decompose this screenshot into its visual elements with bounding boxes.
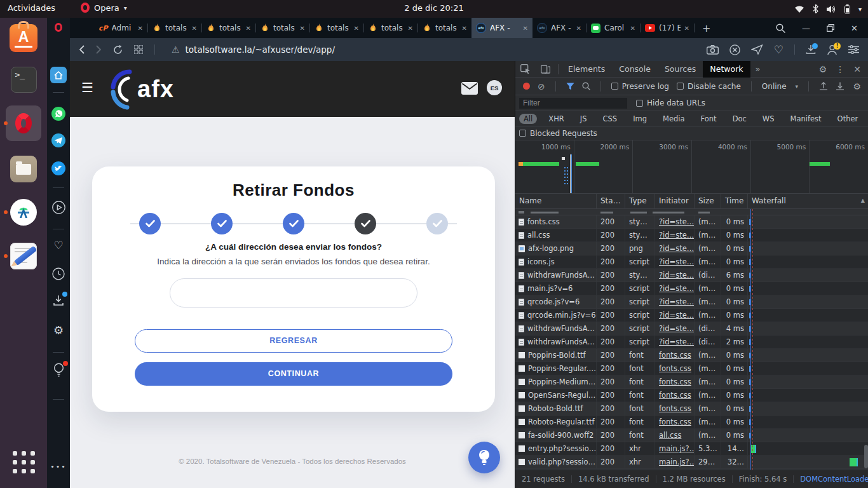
column-header-type[interactable]: Type (625, 194, 655, 208)
my-flow-icon[interactable] (751, 44, 763, 55)
sidebar-player[interactable] (47, 201, 70, 214)
address-input[interactable] (170, 278, 417, 308)
network-request-row[interactable]: qrcode.js?v=6200script?id=ste…(m…0 ms (515, 295, 868, 309)
help-bulb-button[interactable] (468, 442, 500, 473)
hamburger-menu-icon[interactable]: ☰ (81, 80, 93, 95)
type-filter-other[interactable]: Other (833, 114, 863, 124)
browser-tab[interactable]: Carol✕ (587, 18, 640, 38)
initiator-link[interactable]: main.js?… (659, 444, 695, 453)
type-filter-font[interactable]: Font (696, 114, 721, 124)
initiator-link[interactable]: fonts.css (659, 404, 691, 413)
network-request-row[interactable]: Roboto-Regular.ttf200fontfonts.css(m…0 m… (515, 416, 868, 429)
sidebar-tips-bulb[interactable] (47, 363, 70, 377)
minimize-icon[interactable]: — (802, 24, 810, 33)
initiator-link[interactable]: ?id=ste… (659, 311, 694, 320)
network-request-row[interactable]: qrcode.min.js?v=6200script?id=ste…(m…0 m… (515, 309, 868, 322)
sidebar-settings-gear[interactable]: ⚙ (47, 325, 70, 336)
initiator-link[interactable]: ?id=ste… (659, 244, 694, 253)
devtools-settings-icon[interactable]: ⚙ (819, 65, 827, 74)
throttling-dropdown[interactable]: Online ▾ (762, 82, 798, 91)
inspect-cursor-icon[interactable] (515, 64, 536, 74)
forward-icon[interactable] (96, 45, 102, 54)
initiator-link[interactable]: ?id=ste… (659, 271, 694, 280)
browser-tab[interactable]: afxAFX -✕ (471, 18, 532, 38)
initiator-link[interactable]: fonts.css (659, 417, 691, 426)
filter-input[interactable] (519, 98, 627, 109)
initiator-link[interactable]: main.js?… (659, 458, 695, 466)
network-request-row[interactable]: Poppins-Medium…200fontfonts.css(m…0 ms (515, 376, 868, 389)
network-settings-icon[interactable]: ⚙ (853, 82, 868, 91)
clear-icon[interactable]: ⊘ (538, 82, 545, 91)
continue-button[interactable]: CONTINUAR (135, 362, 452, 386)
sidebar-downloads[interactable] (47, 294, 70, 306)
type-filter-js[interactable]: JS (576, 114, 592, 124)
dock-item-android-studio[interactable] (0, 199, 47, 226)
network-request-row[interactable]: withdrawFundsA…200script?id=ste…(di…4 ms (515, 322, 868, 336)
initiator-link[interactable]: fonts.css (659, 351, 691, 360)
devtools-tab-sources[interactable]: Sources (658, 61, 703, 78)
warning-icon[interactable]: ⚠ (172, 44, 180, 55)
browser-tab[interactable]: totals✕ (310, 18, 363, 38)
type-filter-css[interactable]: CSS (599, 114, 622, 124)
initiator-link[interactable]: fonts.css (659, 364, 691, 373)
browser-tab[interactable]: cPAdmi✕ (94, 18, 147, 38)
device-toolbar-icon[interactable] (536, 64, 555, 74)
network-request-row[interactable]: withdrawFundsA…200sty…?id=ste…(di…6 ms (515, 269, 868, 282)
tab-close-icon[interactable]: ✕ (576, 25, 581, 32)
browser-tab[interactable]: totals✕ (148, 18, 201, 38)
dock-item-files[interactable] (0, 156, 47, 182)
initiator-link[interactable]: fonts.css (659, 377, 691, 386)
devtools-tab-console[interactable]: Console (612, 61, 658, 78)
language-badge[interactable]: ES (487, 80, 502, 95)
network-request-row[interactable]: fonts.css200sty…?id=ste…(m…0 ms (515, 215, 868, 229)
sidebar-telegram[interactable] (47, 133, 70, 147)
dock-item-app-grid[interactable] (0, 451, 47, 473)
back-icon[interactable] (79, 45, 85, 54)
column-header-waterfall[interactable]: Waterfall▲ (748, 194, 868, 208)
type-filter-xhr[interactable]: XHR (544, 114, 569, 124)
more-tabs-icon[interactable]: » (750, 64, 766, 74)
type-filter-media[interactable]: Media (658, 114, 689, 124)
hide-data-urls-checkbox[interactable]: Hide data URLs (636, 98, 705, 107)
network-request-row[interactable]: withdrawFundsA…200script?id=ste…(di…2 ms (515, 336, 868, 349)
tab-close-icon[interactable]: ✕ (523, 25, 528, 32)
search-tabs-icon[interactable] (776, 24, 785, 33)
disable-cache-checkbox[interactable]: Disable cache (677, 82, 741, 91)
tab-close-icon[interactable]: ✕ (246, 25, 251, 32)
type-filter-img[interactable]: Img (628, 114, 651, 124)
network-request-row[interactable]: main.js?v=6200script?id=ste…(m…0 ms (515, 282, 868, 295)
column-header-initiator[interactable]: Initiator (655, 194, 695, 208)
tab-close-icon[interactable]: ✕ (354, 25, 359, 32)
initiator-link[interactable]: ?id=ste… (659, 231, 694, 240)
column-header-size[interactable]: Size (695, 194, 721, 208)
blocked-requests-checkbox[interactable]: Blocked Requests (519, 129, 597, 138)
devtools-menu-icon[interactable]: ⋮ (836, 65, 844, 74)
tab-close-icon[interactable]: ✕ (138, 25, 143, 32)
tab-close-icon[interactable]: ✕ (192, 25, 197, 32)
network-request-row[interactable]: afx-logo.png200png?id=ste…(m…0 ms (515, 242, 868, 255)
devtools-close-icon[interactable]: ✕ (853, 65, 861, 74)
address-bar[interactable]: ⚠ totalsoftware.la/~afxuser/dev/app/ (172, 44, 707, 55)
network-request-row[interactable]: Poppins-Bold.ttf200fontfonts.css(m…0 ms (515, 349, 868, 362)
sidebar-history-clock[interactable] (47, 268, 70, 280)
sidebar-whatsapp[interactable] (47, 107, 70, 121)
restore-icon[interactable] (827, 24, 834, 32)
back-button[interactable]: REGRESAR (135, 329, 452, 353)
bookmark-heart-icon[interactable]: ♡ (774, 43, 783, 56)
export-har-icon[interactable] (836, 82, 844, 90)
type-filter-manifest[interactable]: Manifest (786, 114, 826, 124)
browser-tab[interactable]: afxAFX -✕ (532, 18, 586, 38)
browser-tab[interactable]: totals✕ (202, 18, 255, 38)
sidebar-twitter[interactable] (47, 161, 70, 175)
clipped-request-row[interactable] (515, 209, 868, 215)
new-tab-button[interactable]: + (695, 18, 718, 38)
initiator-link[interactable]: all.css (659, 431, 681, 440)
tab-close-icon[interactable]: ✕ (684, 25, 689, 32)
type-filter-doc[interactable]: Doc (728, 114, 751, 124)
tab-close-icon[interactable]: ✕ (300, 25, 305, 32)
easy-setup-icon[interactable] (848, 45, 859, 54)
network-request-row[interactable]: fa-solid-900.woff2200fontall.css(m…0 ms (515, 429, 868, 442)
network-request-row[interactable]: entry.php?sessio…200xhrmain.js?…5.3…14… (515, 442, 868, 456)
tab-close-icon[interactable]: ✕ (462, 25, 467, 32)
initiator-link[interactable]: ?id=ste… (659, 257, 694, 266)
